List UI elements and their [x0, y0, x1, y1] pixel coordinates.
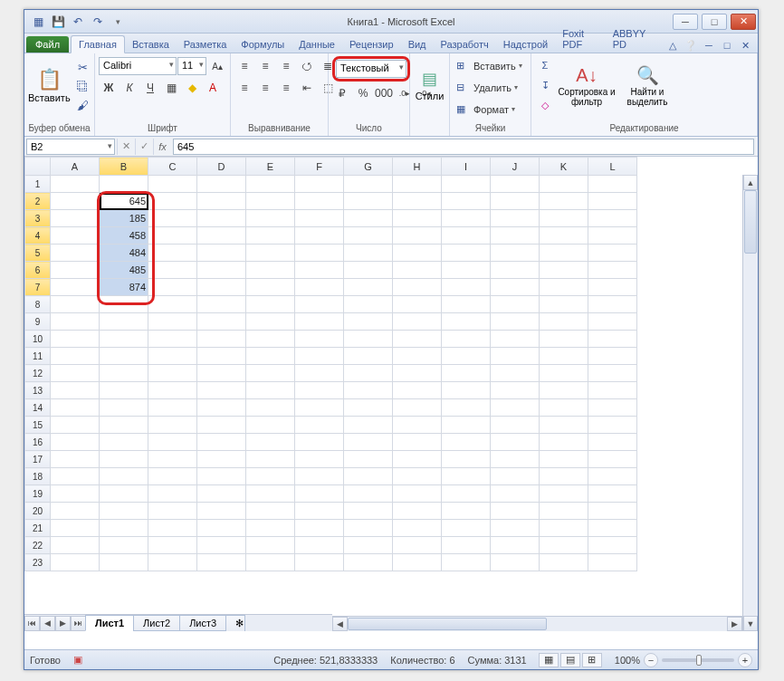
- col-header[interactable]: I: [442, 158, 491, 176]
- cell[interactable]: [100, 348, 148, 365]
- cell[interactable]: [344, 245, 393, 262]
- cell[interactable]: 874: [100, 279, 148, 296]
- cell[interactable]: [588, 537, 637, 554]
- cell[interactable]: [344, 348, 393, 365]
- cell[interactable]: [246, 227, 295, 245]
- cell[interactable]: [491, 485, 540, 503]
- cell[interactable]: [100, 331, 148, 348]
- cell[interactable]: [295, 537, 344, 554]
- cell[interactable]: [393, 434, 442, 451]
- format-painter-icon[interactable]: 🖌: [73, 96, 93, 114]
- tab-insert[interactable]: Вставка: [125, 36, 177, 53]
- cell[interactable]: [197, 417, 246, 434]
- cell[interactable]: [295, 193, 344, 210]
- cell[interactable]: [588, 331, 637, 348]
- row-header[interactable]: 13: [25, 382, 51, 399]
- cell[interactable]: [393, 365, 442, 382]
- row-header[interactable]: 18: [25, 468, 51, 485]
- cell[interactable]: [197, 382, 246, 399]
- fill-icon[interactable]: ↧: [535, 76, 555, 94]
- row-header[interactable]: 6: [25, 262, 51, 279]
- cell[interactable]: [491, 417, 540, 434]
- grow-font-icon[interactable]: A▴: [207, 57, 227, 75]
- cell[interactable]: [100, 451, 148, 468]
- cell[interactable]: [491, 262, 540, 279]
- comma-icon[interactable]: 000: [374, 84, 394, 102]
- cell[interactable]: [442, 434, 491, 451]
- row-header[interactable]: 7: [25, 279, 51, 296]
- tab-addins[interactable]: Надстрой: [496, 36, 555, 53]
- cell[interactable]: [491, 193, 540, 210]
- zoom-out-button[interactable]: −: [644, 653, 658, 667]
- cell[interactable]: [540, 520, 588, 537]
- cell[interactable]: [344, 331, 393, 348]
- cell[interactable]: [51, 434, 100, 451]
- row-header[interactable]: 14: [25, 399, 51, 417]
- cell[interactable]: [295, 434, 344, 451]
- scroll-up-icon[interactable]: ▲: [743, 175, 758, 190]
- redo-icon[interactable]: ↷: [90, 14, 106, 30]
- cell[interactable]: [148, 193, 197, 210]
- worksheet-grid[interactable]: ABCDEFGHIJKL1264531854458548464857874891…: [24, 157, 637, 571]
- fx-icon[interactable]: fx: [153, 139, 171, 155]
- cell[interactable]: [393, 176, 442, 193]
- doc-minimize-icon[interactable]: ─: [702, 38, 716, 53]
- bold-icon[interactable]: Ж: [99, 79, 119, 97]
- paste-button[interactable]: 📋 Вставить: [28, 56, 71, 116]
- cell[interactable]: [344, 313, 393, 331]
- cell[interactable]: [148, 434, 197, 451]
- col-header[interactable]: A: [51, 158, 100, 176]
- cell[interactable]: [51, 262, 100, 279]
- cell[interactable]: [295, 176, 344, 193]
- cell[interactable]: [246, 296, 295, 313]
- cell[interactable]: [588, 176, 637, 193]
- row-header[interactable]: 2: [25, 193, 51, 210]
- cell[interactable]: [51, 279, 100, 296]
- cell[interactable]: [588, 503, 637, 520]
- cell[interactable]: [197, 331, 246, 348]
- cell[interactable]: [540, 262, 588, 279]
- cell[interactable]: [246, 331, 295, 348]
- cell[interactable]: [148, 485, 197, 503]
- row-header[interactable]: 16: [25, 434, 51, 451]
- cell[interactable]: [393, 331, 442, 348]
- sheet-nav-first-icon[interactable]: ⏮: [24, 616, 40, 631]
- cell[interactable]: 458: [100, 227, 148, 245]
- cell[interactable]: [393, 468, 442, 485]
- doc-restore-icon[interactable]: □: [720, 38, 734, 53]
- cell[interactable]: [246, 434, 295, 451]
- cell[interactable]: [540, 331, 588, 348]
- cell[interactable]: [540, 193, 588, 210]
- row-header[interactable]: 17: [25, 451, 51, 468]
- cell[interactable]: [442, 210, 491, 227]
- cell[interactable]: [100, 382, 148, 399]
- help-icon[interactable]: ❔: [684, 38, 698, 53]
- cell[interactable]: [344, 210, 393, 227]
- cell[interactable]: [540, 554, 588, 571]
- new-sheet-button[interactable]: ✻: [225, 615, 245, 632]
- row-header[interactable]: 10: [25, 331, 51, 348]
- cell[interactable]: [197, 279, 246, 296]
- close-button[interactable]: ✕: [731, 14, 756, 30]
- tab-layout[interactable]: Разметка: [177, 36, 234, 53]
- cell[interactable]: [295, 365, 344, 382]
- cell[interactable]: [148, 451, 197, 468]
- cell[interactable]: [197, 485, 246, 503]
- cell[interactable]: [295, 313, 344, 331]
- align-bottom-icon[interactable]: ≡: [276, 57, 296, 75]
- macro-rec-icon[interactable]: ▣: [73, 654, 82, 666]
- cell[interactable]: [442, 279, 491, 296]
- cell[interactable]: [588, 399, 637, 417]
- cell[interactable]: [51, 537, 100, 554]
- cell[interactable]: [442, 537, 491, 554]
- cell[interactable]: [491, 227, 540, 245]
- cell[interactable]: [491, 176, 540, 193]
- align-right-icon[interactable]: ≡: [276, 79, 296, 97]
- cell[interactable]: [393, 451, 442, 468]
- cell[interactable]: [491, 382, 540, 399]
- cell[interactable]: [540, 245, 588, 262]
- cell[interactable]: [393, 227, 442, 245]
- cell[interactable]: [442, 520, 491, 537]
- cell[interactable]: [51, 382, 100, 399]
- cell[interactable]: [344, 227, 393, 245]
